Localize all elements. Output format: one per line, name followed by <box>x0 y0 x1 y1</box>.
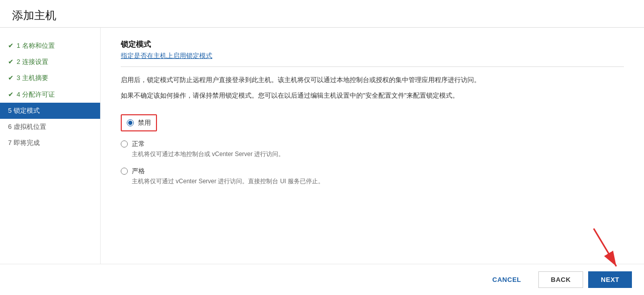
page-header: 添加主机 <box>0 0 644 28</box>
check-icon-step3: ✔ <box>8 73 14 83</box>
sidebar-item-step3[interactable]: ✔ 3 主机摘要 <box>0 70 100 86</box>
sidebar-item-step2[interactable]: ✔ 2 连接设置 <box>0 54 100 70</box>
radio-group: 禁用 正常 主机将仅可通过本地控制台或 vCenter Server 进行访问。 <box>121 114 624 186</box>
section-divider <box>121 66 624 67</box>
sidebar-label-step7: 7 即将完成 <box>8 138 40 148</box>
sidebar-item-step6[interactable]: 6 虚拟机位置 <box>0 119 100 135</box>
sidebar-item-step1[interactable]: ✔ 1 名称和位置 <box>0 38 100 54</box>
sidebar-label-step5: 5 锁定模式 <box>8 106 40 115</box>
check-icon-step1: ✔ <box>8 41 14 50</box>
next-button-container: NEXT <box>588 271 632 288</box>
sidebar-item-step7[interactable]: 7 即将完成 <box>0 135 100 151</box>
page-title: 添加主机 <box>12 8 632 23</box>
page-body: ✔ 1 名称和位置 ✔ 2 连接设置 ✔ 3 主机摘要 ✔ 4 分配许可证 5 … <box>0 28 644 264</box>
radio-option-normal: 正常 主机将仅可通过本地控制台或 vCenter Server 进行访问。 <box>121 139 624 159</box>
sidebar: ✔ 1 名称和位置 ✔ 2 连接设置 ✔ 3 主机摘要 ✔ 4 分配许可证 5 … <box>0 28 101 264</box>
section-title: 锁定模式 <box>121 40 624 49</box>
radio-option-disabled: 禁用 <box>121 114 624 131</box>
radio-label-disabled[interactable]: 禁用 <box>127 118 151 127</box>
radio-text-strict: 严格 <box>132 167 145 176</box>
check-icon-step2: ✔ <box>8 57 14 66</box>
footer: CANCEL BACK NEXT <box>0 264 644 295</box>
radio-label-normal[interactable]: 正常 <box>121 139 624 149</box>
radio-highlight-disabled: 禁用 <box>121 114 157 131</box>
page-container: 添加主机 ✔ 1 名称和位置 ✔ 2 连接设置 ✔ 3 主机摘要 ✔ 4 分配许… <box>0 0 644 295</box>
sidebar-item-step5[interactable]: 5 锁定模式 <box>0 103 100 119</box>
sidebar-label-step3: 3 主机摘要 <box>17 73 48 83</box>
sidebar-item-step4[interactable]: ✔ 4 分配许可证 <box>0 87 100 103</box>
main-content: 锁定模式 指定是否在主机上启用锁定模式 启用后，锁定模式可防止远程用户直接登录到… <box>101 28 644 264</box>
radio-desc-strict: 主机将仅可通过 vCenter Server 进行访问。直接控制台 UI 服务已… <box>132 177 624 186</box>
sidebar-label-step6: 6 虚拟机位置 <box>8 122 46 131</box>
radio-input-disabled[interactable] <box>127 119 134 126</box>
radio-text-normal: 正常 <box>132 139 145 149</box>
sidebar-label-step4: 4 分配许可证 <box>17 90 55 99</box>
section-subtitle: 指定是否在主机上启用锁定模式 <box>121 51 624 60</box>
radio-option-strict: 严格 主机将仅可通过 vCenter Server 进行访问。直接控制台 UI … <box>121 167 624 186</box>
back-button[interactable]: BACK <box>538 271 584 288</box>
radio-text-disabled: 禁用 <box>138 118 151 127</box>
radio-label-strict[interactable]: 严格 <box>121 167 624 176</box>
radio-input-normal[interactable] <box>121 140 128 148</box>
sidebar-label-step2: 2 连接设置 <box>17 57 48 66</box>
cancel-button[interactable]: CANCEL <box>480 272 533 287</box>
description-text-2: 如果不确定该如何操作，请保持禁用锁定模式。您可以在以后通过编辑主机设置中的"安全… <box>121 91 574 101</box>
sidebar-label-step1: 1 名称和位置 <box>17 41 55 50</box>
description-text-1: 启用后，锁定模式可防止远程用户直接登录到此主机。该主机将仅可以通过本地控制台或授… <box>121 75 574 86</box>
check-icon-step4: ✔ <box>8 90 14 99</box>
next-button[interactable]: NEXT <box>588 271 632 288</box>
radio-input-strict[interactable] <box>121 168 128 175</box>
radio-desc-normal: 主机将仅可通过本地控制台或 vCenter Server 进行访问。 <box>132 150 624 159</box>
